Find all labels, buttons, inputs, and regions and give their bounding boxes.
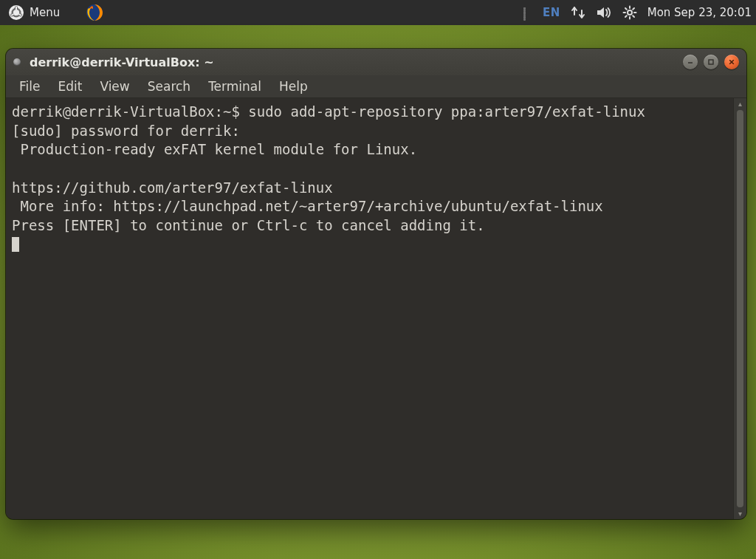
- settings-gear-icon[interactable]: [622, 0, 637, 25]
- terminal-window: derrik@derrik-VirtualBox: ~ File: [6, 49, 746, 519]
- desktop: Menu EN: [0, 0, 756, 559]
- svg-line-17: [633, 8, 634, 10]
- svg-line-16: [625, 16, 627, 17]
- terminal-line: [sudo] password for derrik:: [12, 123, 240, 139]
- window-controls: [683, 55, 739, 69]
- menu-file[interactable]: File: [12, 77, 47, 96]
- network-updown-icon[interactable]: [571, 0, 585, 25]
- svg-rect-19: [709, 60, 713, 64]
- firefox-launcher-icon[interactable]: [85, 3, 104, 22]
- terminal-line: Production-ready exFAT kernel module for…: [12, 141, 417, 157]
- panel-grip-icon: [523, 7, 529, 18]
- entered-command: sudo add-apt-repository ppa:arter97/exfa…: [248, 103, 645, 120]
- svg-line-14: [625, 8, 627, 10]
- window-minimize-button[interactable]: [683, 55, 698, 69]
- window-close-button[interactable]: [724, 55, 739, 69]
- terminal-menubar: File Edit View Search Terminal Help: [6, 75, 746, 98]
- window-title: derrik@derrik-VirtualBox: ~: [30, 55, 214, 69]
- window-app-icon: [13, 58, 21, 66]
- volume-icon[interactable]: [596, 0, 612, 25]
- ubuntu-logo-icon: [9, 5, 24, 20]
- terminal-output[interactable]: derrik@derrik-VirtualBox:~$ sudo add-apt…: [6, 98, 733, 519]
- terminal-cursor: [12, 237, 19, 252]
- window-titlebar[interactable]: derrik@derrik-VirtualBox: ~: [6, 49, 746, 75]
- terminal-line: More info: https://launchpad.net/~arter9…: [12, 198, 603, 214]
- terminal-scrollbar[interactable]: ▴ ▾: [733, 98, 746, 519]
- svg-rect-5: [16, 7, 17, 10]
- terminal-line: https://github.com/arter97/exfat-linux: [12, 179, 333, 196]
- terminal-area: derrik@derrik-VirtualBox:~$ sudo add-apt…: [6, 98, 746, 519]
- scroll-track[interactable]: [735, 110, 745, 507]
- menu-terminal[interactable]: Terminal: [201, 77, 269, 96]
- menu-view[interactable]: View: [92, 77, 137, 96]
- terminal-line: Press [ENTER] to continue or Ctrl-c to c…: [12, 217, 485, 233]
- menu-label: Menu: [30, 6, 60, 19]
- svg-line-15: [633, 16, 634, 17]
- menu-help[interactable]: Help: [272, 77, 315, 96]
- svg-point-9: [628, 10, 632, 15]
- keyboard-layout-indicator[interactable]: EN: [543, 0, 560, 25]
- prompt: derrik@derrik-VirtualBox:~$: [12, 103, 248, 120]
- scroll-thumb[interactable]: [737, 110, 743, 507]
- menu-search[interactable]: Search: [140, 77, 198, 96]
- applications-menu-button[interactable]: Menu: [0, 0, 69, 25]
- scroll-down-icon[interactable]: ▾: [734, 508, 746, 519]
- window-maximize-button[interactable]: [704, 55, 718, 69]
- scroll-up-icon[interactable]: ▴: [734, 98, 746, 109]
- clock[interactable]: Mon Sep 23, 20:01: [647, 6, 752, 19]
- menu-edit[interactable]: Edit: [50, 77, 89, 96]
- top-panel: Menu EN: [0, 0, 756, 25]
